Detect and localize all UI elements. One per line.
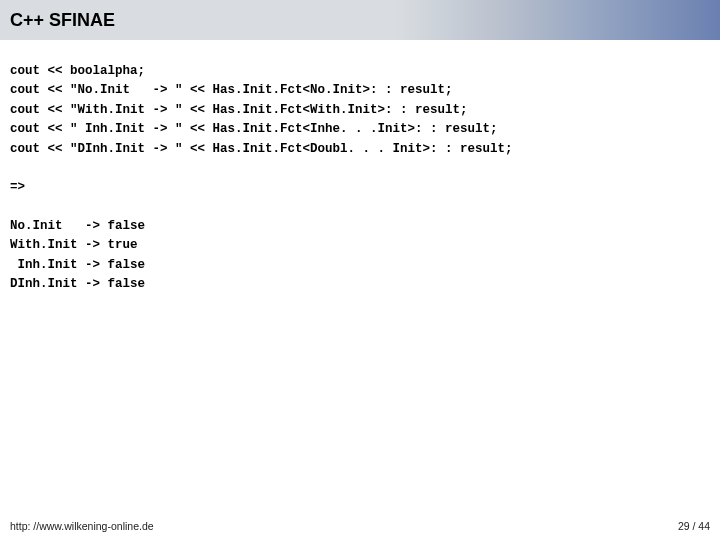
code-line: With.Init -> true [10, 238, 138, 252]
code-line: => [10, 180, 25, 194]
slide-footer: http: //www.wilkening-online.de 29 / 44 [0, 516, 720, 540]
code-line: cout << boolalpha; [10, 64, 145, 78]
page-number: 29 / 44 [678, 520, 710, 532]
code-line: cout << "DInh.Init -> " << Has.Init.Fct<… [10, 142, 513, 156]
code-line: cout << "No.Init -> " << Has.Init.Fct<No… [10, 83, 453, 97]
page-title: C++ SFINAE [10, 10, 115, 31]
code-line: Inh.Init -> false [10, 258, 145, 272]
footer-url: http: //www.wilkening-online.de [10, 520, 154, 532]
slide-header: C++ SFINAE [0, 0, 720, 40]
code-block: cout << boolalpha; cout << "No.Init -> "… [10, 62, 710, 295]
slide-content: cout << boolalpha; cout << "No.Init -> "… [0, 40, 720, 516]
code-line: DInh.Init -> false [10, 277, 145, 291]
code-line: cout << " Inh.Init -> " << Has.Init.Fct<… [10, 122, 498, 136]
code-line: No.Init -> false [10, 219, 145, 233]
slide: C++ SFINAE cout << boolalpha; cout << "N… [0, 0, 720, 540]
code-line: cout << "With.Init -> " << Has.Init.Fct<… [10, 103, 468, 117]
